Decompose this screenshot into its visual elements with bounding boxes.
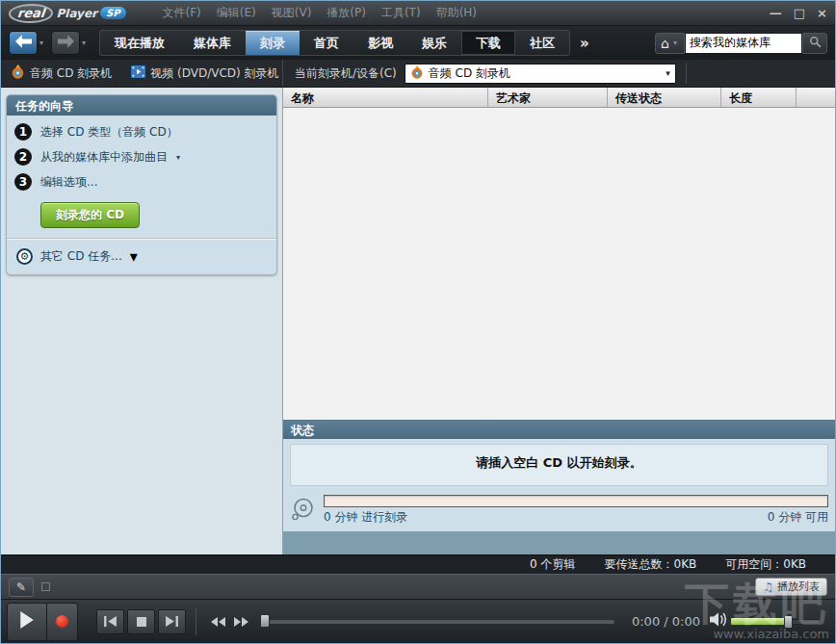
content-area: 名称 艺术家 传送状态 长度 状态 请插入空白 CD 以开始刻录。 [283,88,835,554]
wizard-step-select-cd-type[interactable]: 1 选择 CD 类型（音频 CD） [14,123,269,141]
status-panel-title: 状态 [283,421,835,439]
tab-movies[interactable]: 影视 [353,31,407,55]
next-icon [166,612,178,631]
search-button[interactable] [802,33,827,54]
tab-download[interactable]: 下载 [461,31,515,55]
volume-icon[interactable] [710,612,728,631]
tab-home[interactable]: 首页 [300,31,353,55]
wizard-step-edit-options[interactable]: 3 编辑选项... [14,173,269,191]
statusbar: 0 个剪辑 要传送总数：0KB 可用空间：0KB [1,554,835,574]
player-top-strip: ✎ ♫ 播放列表 [1,575,835,600]
playlist-label: 播放列表 [777,580,820,594]
forward-button[interactable] [51,31,80,55]
clip-region-icon[interactable] [41,582,50,591]
fast-forward-button[interactable] [229,612,252,631]
tab-burn[interactable]: 刻录 [246,31,300,55]
home-icon: ⌂ [661,37,669,50]
play-button[interactable] [7,603,47,641]
play-icon [19,611,35,632]
tab-now-playing[interactable]: 现在播放 [100,31,179,55]
track-table-body[interactable] [283,108,835,420]
rewind-button[interactable] [206,612,229,631]
menu-edit[interactable]: 编辑(E) [217,5,256,21]
clip-count: 0 个剪辑 [530,556,575,573]
step-3-badge: 3 [14,173,32,191]
music-note-icon: ♫ [763,580,773,594]
wizard-body: 1 选择 CD 类型（音频 CD） 2 从我的媒体库中添加曲目 ▾ 3 编辑选项… [7,116,276,274]
volume-handle[interactable] [784,615,793,629]
forward-history-caret-icon[interactable]: ▾ [82,39,86,47]
volume-slider[interactable] [730,615,820,629]
magnifier-icon [809,34,822,52]
toolbar-divider [686,63,687,84]
free-space: 可用空间：0KB [725,556,806,573]
audio-cd-label: 音频 CD 刻录机 [30,65,112,82]
close-button[interactable]: × [817,7,827,19]
menu-help[interactable]: 帮助(H) [436,5,477,21]
playlist-button[interactable]: ♫ 播放列表 [755,578,827,596]
menu-play[interactable]: 播放(P) [327,5,366,21]
progress-row: 0 分钟 进行刻录 0 分钟 可用 [290,495,828,527]
other-tasks-label: 其它 CD 任务... [40,248,122,265]
task-wizard-panel: 任务的向导 1 选择 CD 类型（音频 CD） 2 从我的媒体库中添加曲目 ▾ … [6,94,277,275]
burn-cd-button[interactable]: 刻录您的 CD [40,202,140,228]
menu-tools[interactable]: 工具(T) [381,5,421,21]
transport-group [93,609,186,634]
menu-file[interactable]: 文件(F) [163,5,201,21]
stop-icon [137,612,146,631]
burn-progress-bar [324,495,828,507]
column-artist[interactable]: 艺术家 [488,88,608,107]
sidebar: 任务的向导 1 选择 CD 类型（音频 CD） 2 从我的媒体库中添加曲目 ▾ … [1,88,283,554]
fast-forward-icon [234,612,248,631]
search-input[interactable] [685,33,802,54]
seek-handle[interactable] [260,614,270,628]
step-2-badge: 2 [14,148,32,166]
video-burner-label: 视频 (DVD/VCD) 刻录机 [150,65,278,82]
gear-icon: ⚙ [16,248,33,265]
maximize-button[interactable]: □ [794,7,805,19]
tab-overflow-chevron[interactable]: » [580,35,589,52]
seek-slider[interactable] [260,619,614,624]
controls-divider [196,608,196,635]
other-tasks-caret-icon: ▾ [130,247,138,266]
player-bar: ✎ ♫ 播放列表 [1,574,835,643]
current-device-label: 当前刻录机/设备(C) [295,65,397,82]
next-button[interactable] [158,609,186,634]
forward-arrow-icon [58,34,74,52]
wizard-step-add-tracks[interactable]: 2 从我的媒体库中添加曲目 ▾ [14,148,269,166]
minimize-button[interactable]: — [770,7,782,19]
back-history-caret-icon[interactable]: ▾ [39,39,43,47]
tab-library[interactable]: 媒体库 [179,31,246,55]
volume-track-rest [793,619,820,625]
pencil-icon: ✎ [16,580,26,594]
cd-disc-icon [290,497,316,527]
burner-mode-group: 音频 CD 刻录机 视频 (DVD/VCD) 刻录机 [1,60,283,87]
video-burner-button[interactable]: 视频 (DVD/VCD) 刻录机 [121,65,288,82]
dropdown-caret-icon: ▾ [666,68,670,78]
device-dropdown[interactable]: 音频 CD 刻录机 ▾ [405,64,676,84]
edit-clip-button[interactable]: ✎ [9,578,34,597]
column-name[interactable]: 名称 [283,88,488,107]
status-message: 请插入空白 CD 以开始刻录。 [290,444,828,486]
column-transfer-status[interactable]: 传送状态 [608,88,721,107]
status-panel-body: 请插入空白 CD 以开始刻录。 0 分钟 进行刻录 0 分钟 可用 [283,439,835,531]
player-controls: 0:00 / 0:00 [1,600,835,643]
search-scope-button[interactable]: ⌂ ▾ [655,33,685,54]
burner-toolbar: 音频 CD 刻录机 视频 (DVD/VCD) 刻录机 当前刻录机/设备(C) 音… [1,60,835,88]
window-controls: — □ × [770,7,827,19]
scope-caret-icon: ▾ [673,39,677,47]
column-length[interactable]: 长度 [721,88,797,107]
rewind-icon [211,612,225,631]
menu-view[interactable]: 视图(V) [272,5,312,21]
stop-button[interactable] [127,609,155,634]
audio-cd-burner-button[interactable]: 音频 CD 刻录机 [1,64,121,82]
record-button[interactable] [47,603,78,641]
tab-entertainment[interactable]: 娱乐 [407,31,461,55]
other-cd-tasks-button[interactable]: ⚙ 其它 CD 任务... ▾ [14,240,269,274]
tab-community[interactable]: 社区 [515,31,569,55]
realplayer-window: real Player SP 文件(F) 编辑(E) 视图(V) 播放(P) 工… [0,0,836,644]
column-spacer [797,88,835,107]
back-button[interactable] [9,31,38,55]
device-dropdown-value: 音频 CD 刻录机 [429,65,661,82]
previous-button[interactable] [96,609,124,634]
